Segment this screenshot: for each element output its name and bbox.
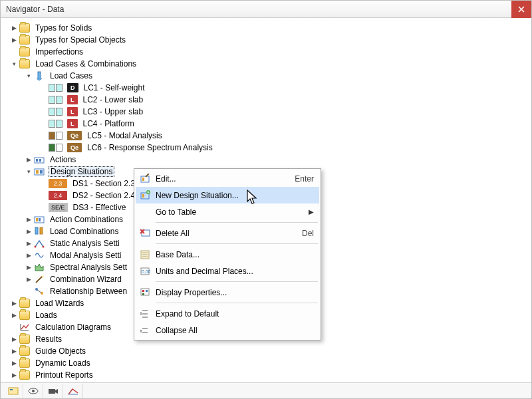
svg-rect-16 bbox=[141, 176, 149, 182]
shortcut-text: Del bbox=[302, 229, 314, 238]
svg-rect-33 bbox=[49, 389, 55, 394]
svg-text:0,00: 0,00 bbox=[142, 269, 150, 274]
tree-item-actions[interactable]: ▶Actions bbox=[23, 154, 529, 166]
chevron-right-icon: ▶ bbox=[10, 335, 18, 343]
chevron-right-icon: ▶ bbox=[25, 227, 33, 235]
close-button[interactable] bbox=[511, 1, 531, 18]
menu-item-edit[interactable]: Edit... Enter bbox=[136, 170, 319, 187]
badge: SE/E bbox=[49, 203, 68, 212]
delete-icon bbox=[138, 227, 152, 239]
menu-item-new-design-situation[interactable]: New Design Situation... bbox=[136, 187, 319, 203]
load-combinations-icon bbox=[34, 227, 45, 236]
modal-analysis-icon bbox=[34, 251, 45, 260]
edit-icon bbox=[138, 173, 152, 185]
load-case-icon bbox=[49, 120, 63, 128]
tree-item-types-solids[interactable]: ▶Types for Solids bbox=[9, 22, 529, 34]
load-case-group-icon bbox=[34, 71, 45, 80]
svg-rect-19 bbox=[142, 194, 144, 198]
svg-rect-17 bbox=[142, 178, 144, 181]
camera-icon bbox=[48, 386, 59, 396]
svg-rect-2 bbox=[36, 159, 38, 162]
badge: Qe bbox=[67, 131, 82, 140]
chevron-right-icon: ▶ bbox=[10, 359, 18, 367]
diagram-icon bbox=[19, 323, 30, 332]
tree-item-lc2[interactable]: ▶LLC2 - Lower slab bbox=[38, 94, 529, 106]
chevron-right-icon: ▶ bbox=[25, 275, 33, 283]
badge: L bbox=[67, 119, 78, 128]
tree-item-lc6[interactable]: ▶QeLC6 - Response Spectrum Analysis bbox=[38, 142, 529, 154]
tree-item-printout-reports[interactable]: ▶Printout Reports bbox=[9, 369, 529, 381]
chevron-down-icon: ▾ bbox=[25, 72, 33, 80]
tree-item-types-special[interactable]: ▶Types for Special Objects bbox=[9, 34, 529, 46]
svg-rect-27 bbox=[146, 290, 148, 292]
tree-item-lc5[interactable]: ▶QeLC5 - Modal Analysis bbox=[38, 130, 529, 142]
design-situations-icon bbox=[34, 167, 45, 176]
titlebar: Navigator - Data bbox=[1, 1, 531, 18]
base-data-icon bbox=[138, 249, 152, 261]
svg-rect-30 bbox=[10, 389, 13, 390]
folder-icon bbox=[19, 35, 30, 45]
tree-item-load-cases-combinations[interactable]: ▾Load Cases & Combinations bbox=[9, 58, 529, 70]
static-analysis-icon bbox=[34, 239, 45, 248]
badge: 2.3 bbox=[49, 179, 67, 188]
tree-item-lc3[interactable]: ▶LLC3 - Upper slab bbox=[38, 106, 529, 118]
folder-icon bbox=[19, 346, 30, 356]
svg-rect-10 bbox=[35, 227, 38, 234]
menu-separator bbox=[156, 222, 318, 223]
tree-item-lc4[interactable]: ▶LLC4 - Platform bbox=[38, 118, 529, 130]
folder-icon bbox=[19, 299, 30, 308]
tab-views-button[interactable] bbox=[43, 384, 63, 398]
svg-rect-5 bbox=[36, 170, 39, 174]
context-menu: Edit... Enter New Design Situation... Go… bbox=[134, 168, 321, 340]
spectral-analysis-icon bbox=[34, 263, 45, 272]
menu-separator bbox=[156, 243, 318, 244]
chevron-down-icon: ▾ bbox=[25, 168, 33, 176]
badge: 2.4 bbox=[49, 191, 67, 200]
chevron-right-icon: ▶ bbox=[25, 215, 33, 223]
menu-item-delete-all[interactable]: Delete All Del bbox=[136, 225, 319, 241]
folder-icon bbox=[19, 59, 30, 68]
svg-point-13 bbox=[43, 246, 45, 248]
chevron-right-icon: ▶ bbox=[25, 251, 33, 259]
badge: D bbox=[67, 83, 78, 92]
tab-results-button[interactable] bbox=[63, 384, 83, 398]
tree-item-dynamic-loads[interactable]: ▶Dynamic Loads bbox=[9, 357, 529, 369]
badge: Qe bbox=[67, 143, 82, 152]
tree-item-guide-objects[interactable]: ▶Guide Objects bbox=[9, 345, 529, 357]
new-design-situation-icon bbox=[138, 190, 152, 201]
svg-rect-25 bbox=[141, 289, 149, 295]
tree-item-load-cases[interactable]: ▾Load Cases bbox=[23, 70, 529, 82]
menu-item-expand-default[interactable]: Expand to Default bbox=[136, 305, 319, 322]
load-case-icon bbox=[49, 96, 63, 104]
eye-icon bbox=[27, 386, 39, 396]
results-icon bbox=[67, 386, 79, 396]
svg-rect-0 bbox=[38, 72, 41, 78]
shortcut-text: Enter bbox=[295, 174, 314, 184]
load-case-icon bbox=[49, 132, 63, 140]
close-icon bbox=[518, 6, 525, 13]
svg-rect-28 bbox=[142, 293, 144, 295]
svg-rect-3 bbox=[39, 159, 41, 162]
load-case-icon bbox=[49, 108, 63, 116]
load-case-icon bbox=[49, 144, 63, 152]
tab-data-button[interactable] bbox=[3, 384, 23, 398]
tab-display-button[interactable] bbox=[23, 384, 43, 398]
menu-item-collapse-all[interactable]: Collapse All bbox=[136, 322, 319, 338]
tree-item-imperfections[interactable]: ▶Imperfections bbox=[9, 46, 529, 58]
bottom-toolbar bbox=[1, 382, 531, 398]
relationship-icon bbox=[34, 287, 45, 296]
menu-item-go-to-table[interactable]: Go to Table ▶ bbox=[136, 203, 319, 220]
data-tab-icon bbox=[8, 386, 19, 396]
submenu-arrow-icon: ▶ bbox=[309, 208, 314, 215]
tree-item-lc1[interactable]: ▶DLC1 - Self-weight bbox=[38, 82, 529, 94]
folder-icon bbox=[19, 370, 30, 380]
chevron-right-icon: ▶ bbox=[25, 263, 33, 271]
display-properties-icon bbox=[138, 287, 152, 299]
menu-item-display-properties[interactable]: Display Properties... bbox=[136, 284, 319, 301]
units-icon: 0,00 bbox=[138, 265, 152, 277]
folder-icon bbox=[19, 23, 30, 33]
badge: L bbox=[67, 95, 78, 104]
menu-item-base-data[interactable]: Base Data... bbox=[136, 246, 319, 263]
wizard-icon bbox=[34, 275, 45, 284]
menu-item-units[interactable]: 0,00 Units and Decimal Places... bbox=[136, 263, 319, 279]
